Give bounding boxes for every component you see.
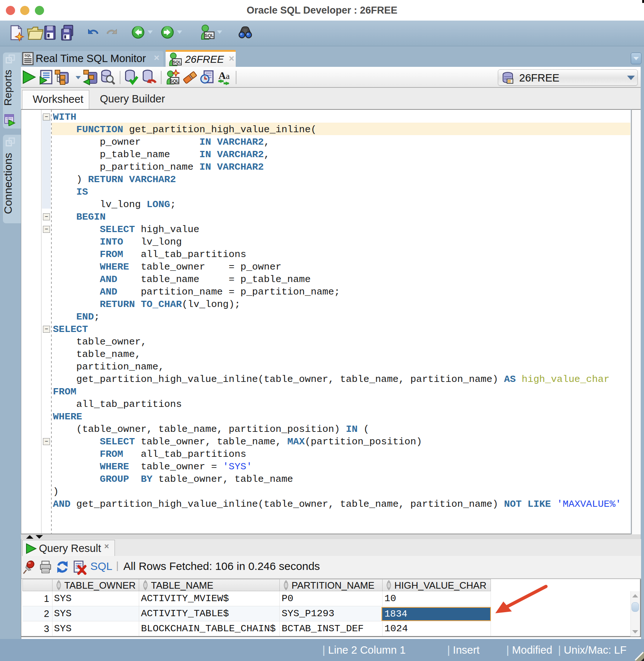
svg-text:SQL: SQL: [25, 54, 32, 57]
svg-text:SQL: SQL: [170, 79, 179, 84]
svg-text:a: a: [226, 71, 230, 81]
svg-text:SQL: SQL: [173, 60, 181, 64]
svg-text:A: A: [218, 70, 226, 81]
svg-text:SQL: SQL: [205, 33, 214, 38]
